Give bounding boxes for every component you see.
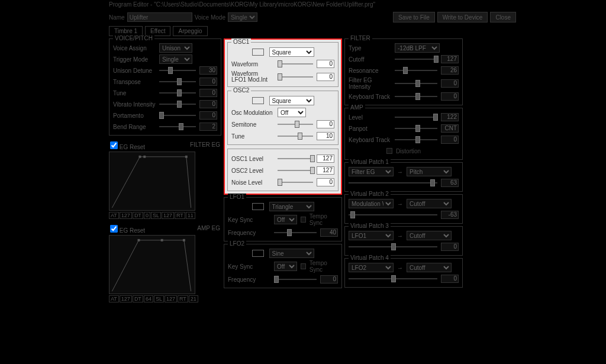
filter-type-select[interactable]: -12dB LPF: [395, 43, 440, 53]
highlighted-region: OSC1 Square Waveform0 Waveform LFO1 Mod.…: [224, 38, 342, 195]
bendrange-slider[interactable]: [159, 123, 196, 131]
amp-level-slider[interactable]: [395, 113, 437, 121]
svg-rect-0: [138, 156, 141, 158]
osc2-waveform-select[interactable]: Square: [269, 96, 314, 105]
vp2-amount-slider[interactable]: [349, 211, 437, 219]
unison-detune-slider[interactable]: [159, 66, 196, 75]
lfo2-temposync-checkbox[interactable]: [301, 263, 306, 269]
lfo2-wave-select[interactable]: Sine: [269, 249, 314, 258]
arrow-icon: →: [397, 233, 403, 239]
arrow-icon: →: [397, 265, 403, 271]
voice-pitch-group: VOICE/PITCH Voice AssignUnison Trigger M…: [109, 38, 221, 136]
filter-eg-graph[interactable]: [109, 152, 195, 211]
lfo1-frequency-slider[interactable]: [274, 228, 317, 237]
distortion-checkbox[interactable]: [386, 148, 392, 154]
lfo2-keysync-select[interactable]: Off: [274, 262, 297, 271]
lfo1-keysync-select[interactable]: Off: [274, 215, 297, 224]
osc1-waveform-select[interactable]: Square: [269, 47, 314, 57]
filter-group: FILTER Type-12dB LPF Cutoff127 Resonance…: [344, 38, 463, 105]
lfo1-group: LFO1 Triangle Key SyncOffTempo Sync Freq…: [224, 197, 342, 241]
save-to-file-button[interactable]: Save to File: [393, 12, 435, 22]
lfo2-group: LFO2 Sine Key SyncOffTempo Sync Frequenc…: [224, 244, 342, 288]
cutoff-slider[interactable]: [395, 55, 437, 63]
mixer-group: OSC1 Level127 OSC2 Level127 Noise Level0: [227, 149, 339, 191]
osc1-level-slider[interactable]: [278, 154, 313, 163]
osc1-group: OSC1 Square Waveform0 Waveform LFO1 Mod.…: [227, 42, 339, 87]
panpot-slider[interactable]: [395, 124, 437, 133]
vp1-dest-select[interactable]: Pitch: [407, 167, 452, 176]
transpose-slider[interactable]: [159, 78, 196, 86]
write-to-device-button[interactable]: Write to Device: [437, 12, 488, 22]
vibrato-slider[interactable]: [159, 100, 196, 108]
eg1-reset-checkbox[interactable]: [110, 141, 118, 149]
trigger-mode-select[interactable]: Single: [159, 54, 192, 64]
filter-eg-int-slider[interactable]: [395, 79, 437, 88]
amp-eg-graph[interactable]: [109, 235, 195, 294]
filter-eg-group: EG ResetFILTER EG AT127DT0SL127RT11: [109, 141, 221, 219]
vp3-source-select[interactable]: LFO1: [349, 231, 394, 240]
vp1-source-select[interactable]: Filter EG: [349, 167, 394, 176]
voice-assign-select[interactable]: Unison: [159, 43, 192, 53]
virtual-patch-3: Virtual Patch 3 LFO1→Cutoff 0: [344, 226, 463, 256]
arrow-icon: →: [397, 169, 403, 175]
amp-group: AMP Level122 PanpotCNT Keyboard Track0 D…: [344, 108, 463, 160]
vp4-source-select[interactable]: LFO2: [349, 263, 394, 272]
vp1-amount-slider[interactable]: [349, 179, 437, 187]
osc-modulation-select[interactable]: Off: [278, 108, 306, 117]
vp4-dest-select[interactable]: Cutoff: [407, 263, 452, 272]
voice-mode-label: Voice Mode: [195, 14, 225, 21]
vp3-dest-select[interactable]: Cutoff: [407, 231, 452, 240]
osc2-group: OSC2 Square Osc ModulationOff Semitone0 …: [227, 91, 339, 145]
vp4-amount-slider[interactable]: [349, 275, 437, 283]
virtual-patch-4: Virtual Patch 4 LFO2→Cutoff 0: [344, 258, 463, 288]
program-editor-window: Program Editor - "C:\Users\Studio\Docume…: [105, 0, 520, 364]
svg-rect-4: [161, 239, 163, 241]
lfo1-temposync-checkbox[interactable]: [301, 217, 306, 223]
arrow-icon: →: [397, 201, 403, 207]
osc1-waveform-slider[interactable]: [278, 60, 313, 68]
portamento-slider[interactable]: [159, 111, 196, 120]
vp2-dest-select[interactable]: Cutoff: [407, 199, 452, 208]
filter-kbd-track-slider[interactable]: [395, 92, 437, 101]
square-wave-icon: [252, 49, 264, 56]
osc2-semitone-slider[interactable]: [278, 120, 313, 128]
noise-level-slider[interactable]: [278, 178, 313, 186]
lfo1-wave-select[interactable]: Triangle: [269, 202, 314, 211]
window-title: Program Editor - "C:\Users\Studio\Docume…: [105, 0, 520, 11]
program-name-input[interactable]: [127, 12, 192, 22]
virtual-patch-2: Virtual Patch 2 Modulation Wheel→Cutoff …: [344, 194, 463, 224]
tab-arpeggio[interactable]: Arpeggio: [173, 26, 207, 36]
svg-rect-3: [138, 239, 140, 241]
virtual-patch-1: Virtual Patch 1 Filter EG→Pitch 63: [344, 162, 463, 192]
eg2-reset-checkbox[interactable]: [110, 225, 118, 233]
amp-eg-group: EG ResetAMP EG AT127DT64SL127RT21: [109, 225, 221, 302]
name-label: Name: [109, 14, 125, 21]
vp2-source-select[interactable]: Modulation Wheel: [349, 199, 394, 208]
triangle-wave-icon: [252, 203, 264, 210]
osc2-level-slider[interactable]: [278, 166, 313, 175]
osc2-tune-slider[interactable]: [278, 132, 313, 140]
osc1-lfo1mod-slider[interactable]: [278, 73, 313, 81]
close-button[interactable]: Close: [490, 12, 516, 22]
sine-wave-icon: [252, 250, 264, 257]
svg-rect-5: [183, 239, 185, 241]
svg-rect-2: [185, 156, 188, 158]
tune-slider[interactable]: [159, 89, 196, 97]
vp3-amount-slider[interactable]: [349, 243, 437, 251]
lfo2-frequency-slider[interactable]: [274, 275, 317, 284]
svg-rect-1: [143, 156, 146, 158]
amp-kbd-track-slider[interactable]: [395, 136, 437, 144]
voice-mode-select[interactable]: Single: [228, 12, 257, 22]
square-wave-icon: [252, 97, 264, 104]
resonance-slider[interactable]: [395, 66, 437, 75]
